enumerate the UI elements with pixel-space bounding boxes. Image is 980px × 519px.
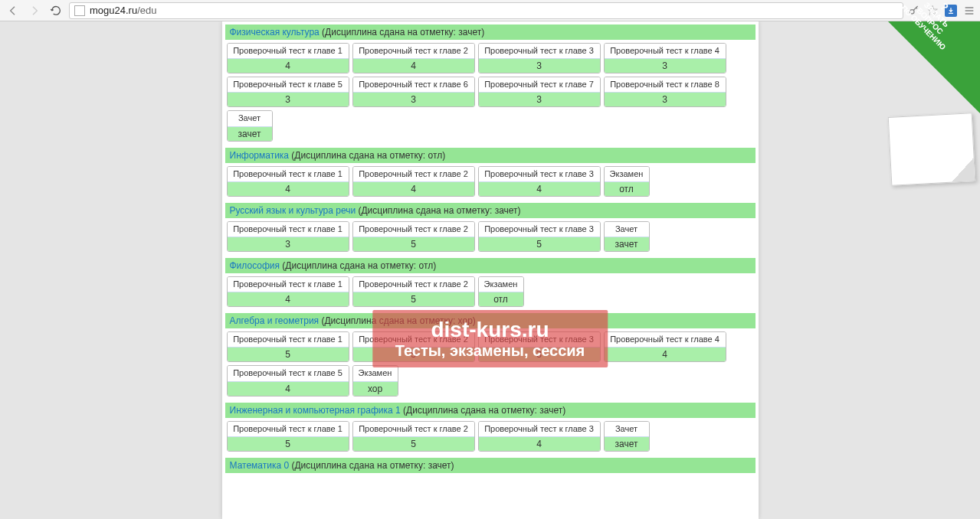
test-card[interactable]: Проверочный тест к главе 13 <box>227 221 349 252</box>
ask-question-badge[interactable]: ? ЗАДАТЬ ВОПРОС ПО ОБУЧЕНИЮ <box>888 21 980 113</box>
reload-button[interactable] <box>48 2 64 19</box>
tests-row: Проверочный тест к главе 13Проверочный т… <box>225 218 755 255</box>
test-card[interactable]: Проверочный тест к главе 63 <box>352 77 475 107</box>
discipline-block: Математика 0 (Дисциплина сдана на отметк… <box>225 458 755 479</box>
discipline-block: Алгебра и геометрия (Дисциплина сдана на… <box>225 313 755 399</box>
test-card[interactable]: Проверочный тест к главе 24 <box>352 43 475 73</box>
forward-button[interactable] <box>26 2 43 19</box>
test-grade: 4 <box>353 181 474 196</box>
discipline-status: (Дисциплина сдана на отметку: зачет) <box>356 205 520 216</box>
discipline-link[interactable]: Русский язык и культура речи <box>230 205 356 216</box>
test-title: Проверочный тест к главе 6 <box>353 77 474 92</box>
credit-card[interactable]: Зачетзачет <box>604 221 650 252</box>
test-grade: 3 <box>605 92 726 106</box>
discipline-link[interactable]: Алгебра и геометрия <box>230 315 320 326</box>
test-title: Проверочный тест к главе 1 <box>228 44 349 58</box>
discipline-link[interactable]: Математика 0 <box>230 460 290 471</box>
test-card[interactable]: Проверочный тест к главе 14 <box>227 43 349 73</box>
test-title: Проверочный тест к главе 3 <box>479 44 600 58</box>
sticky-note[interactable] <box>888 113 976 186</box>
test-card[interactable]: Проверочный тест к главе 33 <box>478 331 601 362</box>
test-title: Проверочный тест к главе 1 <box>228 222 349 237</box>
test-grade: 5 <box>228 436 349 451</box>
url-text: mogu24.ru/edu <box>90 5 156 16</box>
discipline-header: Информатика (Дисциплина сдана на отметку… <box>225 148 755 163</box>
tests-row <box>225 473 755 479</box>
tests-row: Проверочный тест к главе 14Проверочный т… <box>225 163 755 200</box>
test-card[interactable]: Проверочный тест к главе 53 <box>227 77 349 107</box>
test-card[interactable]: Проверочный тест к главе 83 <box>604 77 726 107</box>
test-card[interactable]: Проверочный тест к главе 43 <box>604 43 726 73</box>
test-grade: 3 <box>479 58 600 73</box>
discipline-header: Алгебра и геометрия (Дисциплина сдана на… <box>225 313 755 328</box>
credit-card[interactable]: Зачетзачет <box>604 421 650 452</box>
exam-card[interactable]: Экзаменотл <box>478 276 524 307</box>
test-grade: 4 <box>228 381 349 396</box>
discipline-header: Русский язык и культура речи (Дисциплина… <box>225 203 755 218</box>
test-card[interactable]: Проверочный тест к главе 34 <box>478 421 601 452</box>
test-card[interactable]: Проверочный тест к главе 14 <box>227 276 349 307</box>
tests-row: Проверочный тест к главе 14Проверочный т… <box>225 40 755 145</box>
test-title: Проверочный тест к главе 3 <box>479 222 600 237</box>
final-grade: зачет <box>228 126 272 141</box>
discipline-header: Инженерная и компьютерная графика 1 (Дис… <box>225 403 755 418</box>
test-grade: 4 <box>605 347 726 361</box>
test-grade: 5 <box>353 347 474 361</box>
test-title: Проверочный тест к главе 2 <box>353 422 474 436</box>
test-grade: 3 <box>479 92 600 106</box>
exam-card[interactable]: Экзаменхор <box>352 365 398 396</box>
discipline-link[interactable]: Философия <box>230 260 280 271</box>
menu-icon[interactable] <box>963 5 975 17</box>
test-card[interactable]: Проверочный тест к главе 25 <box>352 331 475 362</box>
test-card[interactable]: Проверочный тест к главе 33 <box>478 43 601 73</box>
discipline-status: (Дисциплина сдана на отметку: хор) <box>319 315 476 326</box>
discipline-link[interactable]: Инженерная и компьютерная графика 1 <box>230 405 401 416</box>
test-card[interactable]: Проверочный тест к главе 34 <box>478 166 601 197</box>
discipline-block: Философия (Дисциплина сдана на отметку: … <box>225 258 755 310</box>
tests-row: Проверочный тест к главе 15Проверочный т… <box>225 418 755 455</box>
final-title: Экзамен <box>605 167 649 181</box>
back-button[interactable] <box>5 2 21 19</box>
final-grade: хор <box>353 381 398 396</box>
test-grade: 5 <box>228 347 349 361</box>
final-grade: отл <box>605 181 649 196</box>
test-title: Проверочный тест к главе 8 <box>605 77 726 92</box>
test-title: Проверочный тест к главе 7 <box>479 77 600 92</box>
test-card[interactable]: Проверочный тест к главе 25 <box>352 221 475 252</box>
page-icon <box>74 5 85 16</box>
test-card[interactable]: Проверочный тест к главе 73 <box>478 77 601 107</box>
discipline-link[interactable]: Информатика <box>230 150 290 161</box>
address-bar[interactable]: mogu24.ru/edu <box>69 2 903 19</box>
test-title: Проверочный тест к главе 1 <box>228 422 349 436</box>
discipline-header: Физическая культура (Дисциплина сдана на… <box>225 24 755 40</box>
test-title: Проверочный тест к главе 5 <box>228 77 349 92</box>
test-card[interactable]: Проверочный тест к главе 25 <box>352 421 475 452</box>
test-grade: 3 <box>228 237 349 251</box>
discipline-link[interactable]: Физическая культура <box>230 27 320 38</box>
test-title: Проверочный тест к главе 3 <box>479 422 600 436</box>
test-card[interactable]: Проверочный тест к главе 25 <box>352 276 475 307</box>
test-title: Проверочный тест к главе 1 <box>228 167 349 181</box>
credit-card[interactable]: Зачетзачет <box>227 110 273 141</box>
test-card[interactable]: Проверочный тест к главе 15 <box>227 421 349 452</box>
discipline-status: (Дисциплина сдана на отметку: зачет) <box>401 405 565 416</box>
exam-card[interactable]: Экзаменотл <box>604 166 650 197</box>
final-grade: зачет <box>605 237 649 251</box>
discipline-block: Физическая культура (Дисциплина сдана на… <box>225 24 755 145</box>
test-card[interactable]: Проверочный тест к главе 35 <box>478 221 601 252</box>
test-grade: 5 <box>353 237 474 251</box>
final-title: Зачет <box>605 422 649 436</box>
test-card[interactable]: Проверочный тест к главе 14 <box>227 166 349 197</box>
final-grade: зачет <box>605 436 649 451</box>
test-card[interactable]: Проверочный тест к главе 44 <box>604 331 726 362</box>
test-grade: 4 <box>353 58 474 73</box>
test-grade: 3 <box>228 92 349 106</box>
browser-toolbar: mogu24.ru/edu <box>0 0 980 21</box>
test-title: Проверочный тест к главе 5 <box>228 366 349 380</box>
test-card[interactable]: Проверочный тест к главе 54 <box>227 365 349 396</box>
discipline-header: Математика 0 (Дисциплина сдана на отметк… <box>225 458 755 473</box>
test-card[interactable]: Проверочный тест к главе 24 <box>352 166 475 197</box>
test-title: Проверочный тест к главе 2 <box>353 167 474 181</box>
test-card[interactable]: Проверочный тест к главе 15 <box>227 331 349 362</box>
test-title: Проверочный тест к главе 1 <box>228 277 349 292</box>
